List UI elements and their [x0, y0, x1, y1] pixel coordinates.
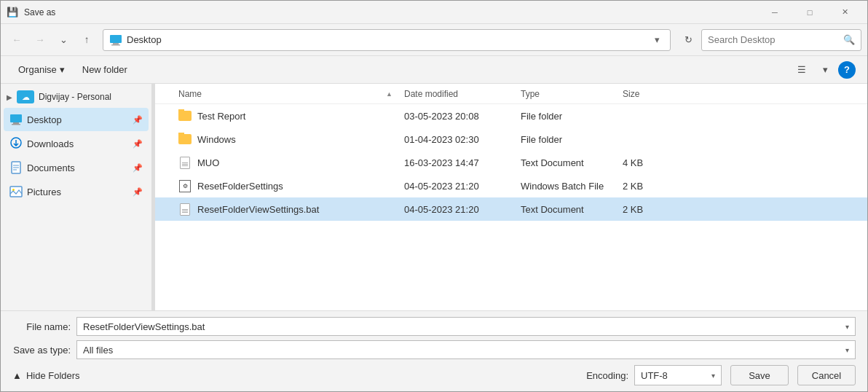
- encoding-dropdown[interactable]: UTF-8 ▾: [634, 365, 722, 385]
- view-dropdown-button[interactable]: ▾: [815, 60, 835, 79]
- view-options-button[interactable]: ☰: [792, 60, 812, 79]
- file-name-dropdown-arrow: ▾: [845, 323, 849, 331]
- save-as-type-value: All files: [83, 345, 845, 356]
- sidebar-item-pictures[interactable]: Pictures 📌: [4, 180, 149, 203]
- hide-folders-label: Hide Folders: [26, 370, 80, 381]
- new-folder-button[interactable]: New folder: [76, 60, 133, 79]
- sidebar-item-documents[interactable]: Documents 📌: [4, 156, 149, 179]
- file-name-cell: ⚙ ResetFolderSettings: [173, 179, 398, 192]
- sidebar-item-desktop[interactable]: Desktop 📌: [4, 108, 149, 131]
- downloads-label: Downloads: [27, 138, 128, 149]
- table-row[interactable]: MUO 16-03-2023 14:47 Text Document 4 KB: [155, 151, 867, 174]
- back-button[interactable]: ←: [7, 30, 27, 50]
- footer-right: Encoding: UTF-8 ▾ Save Cancel: [586, 365, 856, 385]
- file-date-cell: 04-05-2023 21:20: [398, 181, 515, 192]
- search-icon[interactable]: 🔍: [843, 34, 855, 45]
- file-rows: Test Report 03-05-2023 20:08 File folder…: [155, 104, 867, 310]
- encoding-dropdown-arrow: ▾: [711, 372, 715, 380]
- file-size-cell: 4 KB: [617, 157, 675, 168]
- file-date-cell: 01-04-2023 02:30: [398, 134, 515, 145]
- file-type-cell: Text Document: [515, 157, 617, 168]
- file-name-cell: Test Report: [173, 109, 398, 122]
- downloads-pin-icon: 📌: [133, 138, 143, 149]
- file-type-cell: Text Document: [515, 204, 617, 215]
- file-name-label: File name:: [12, 321, 71, 332]
- address-icon: [109, 34, 122, 47]
- view-dropdown-arrow: ▾: [823, 64, 828, 75]
- save-type-dropdown-arrow: ▾: [845, 346, 849, 354]
- file-name-cell: Windows: [173, 133, 398, 146]
- dialog-title: Save as: [24, 7, 758, 17]
- forward-button[interactable]: →: [30, 30, 50, 50]
- sidebar-item-downloads[interactable]: Downloads 📌: [4, 132, 149, 155]
- save-as-dialog: 💾 Save as ─ □ ✕ ← → ⌄ ↑ Desktop ▾ ↻: [0, 0, 868, 392]
- doc-icon: [178, 203, 192, 216]
- file-type-cell: File folder: [515, 111, 617, 122]
- save-as-type-field[interactable]: All files ▾: [76, 340, 856, 359]
- svg-point-12: [12, 189, 15, 191]
- file-name: Test Report: [197, 111, 245, 122]
- organise-label: Organise: [18, 64, 57, 75]
- pictures-sidebar-icon: [9, 185, 23, 198]
- refresh-button[interactable]: ↻: [678, 30, 698, 50]
- close-button[interactable]: ✕: [828, 1, 861, 24]
- doc-icon: [178, 156, 192, 169]
- table-row[interactable]: ⚙ ResetFolderSettings 04-05-2023 21:20 W…: [155, 174, 867, 197]
- col-header-size[interactable]: Size: [617, 84, 675, 103]
- col-header-name[interactable]: Name ▲: [173, 84, 398, 103]
- svg-rect-4: [13, 122, 19, 124]
- up-button[interactable]: ↑: [76, 30, 97, 50]
- file-name-row: File name: ResetFolderViewSettings.bat ▾: [12, 317, 856, 336]
- file-type-cell: Windows Batch File: [515, 181, 617, 192]
- file-date-cell: 03-05-2023 20:08: [398, 111, 515, 122]
- minimize-button[interactable]: ─: [758, 1, 792, 24]
- desktop-label: Desktop: [27, 114, 128, 125]
- dialog-icon: 💾: [7, 7, 18, 18]
- col-header-date[interactable]: Date modified: [398, 84, 515, 103]
- title-bar-controls: ─ □ ✕: [758, 1, 861, 24]
- encoding-label: Encoding:: [586, 370, 628, 381]
- file-list-header: Name ▲ Date modified Type Size: [155, 84, 867, 104]
- table-row[interactable]: ResetFolderViewSettings.bat 04-05-2023 2…: [155, 197, 867, 221]
- col-date-label: Date modified: [404, 89, 458, 99]
- save-as-type-label: Save as type:: [12, 345, 71, 356]
- search-input[interactable]: [708, 34, 843, 45]
- search-box[interactable]: 🔍: [701, 29, 861, 51]
- maximize-button[interactable]: □: [793, 1, 826, 24]
- organise-button[interactable]: Organise ▾: [12, 60, 71, 79]
- desktop-sidebar-icon: [9, 113, 23, 126]
- address-bar[interactable]: Desktop ▾: [103, 29, 671, 51]
- file-name-field[interactable]: ResetFolderViewSettings.bat ▾: [76, 317, 856, 336]
- table-row[interactable]: Windows 01-04-2023 02:30 File folder: [155, 128, 867, 151]
- main-area: ▶ ☁ Digvijay - Personal Desktop 📌: [1, 84, 867, 310]
- folder-icon: [178, 133, 192, 146]
- hide-folders-arrow: ▲: [12, 370, 22, 381]
- encoding-value: UTF-8: [641, 370, 711, 381]
- cancel-button[interactable]: Cancel: [797, 365, 856, 385]
- desktop-icon: [109, 34, 122, 47]
- address-dropdown-arrow[interactable]: ▾: [650, 34, 664, 45]
- footer-row: ▲ Hide Folders Encoding: UTF-8 ▾ Save Ca…: [12, 365, 856, 385]
- hide-folders-toggle[interactable]: ▲ Hide Folders: [12, 370, 80, 381]
- file-name: ResetFolderViewSettings.bat: [197, 204, 319, 215]
- organise-dropdown-arrow: ▾: [60, 64, 65, 75]
- col-size-label: Size: [623, 89, 639, 99]
- file-date-cell: 04-05-2023 21:20: [398, 204, 515, 215]
- svg-rect-1: [113, 43, 119, 44]
- file-name: ResetFolderSettings: [197, 181, 283, 192]
- desktop-pin-icon: 📌: [133, 114, 143, 125]
- recent-locations-button[interactable]: ⌄: [53, 30, 74, 50]
- sidebar-group-header[interactable]: ▶ ☁ Digvijay - Personal: [1, 87, 151, 107]
- pictures-pin-icon: 📌: [133, 187, 143, 197]
- help-button[interactable]: ?: [838, 61, 856, 79]
- file-name-cell: MUO: [173, 156, 398, 169]
- sidebar: ▶ ☁ Digvijay - Personal Desktop 📌: [1, 84, 152, 310]
- table-row[interactable]: Test Report 03-05-2023 20:08 File folder: [155, 104, 867, 128]
- save-button[interactable]: Save: [730, 365, 789, 385]
- col-name-label: Name: [178, 89, 202, 99]
- file-list: Name ▲ Date modified Type Size: [155, 84, 867, 310]
- encoding-section: Encoding: UTF-8 ▾: [586, 365, 722, 385]
- col-header-type[interactable]: Type: [515, 84, 617, 103]
- save-as-type-row: Save as type: All files ▾: [12, 340, 856, 359]
- sidebar-group-arrow: ▶: [7, 93, 12, 101]
